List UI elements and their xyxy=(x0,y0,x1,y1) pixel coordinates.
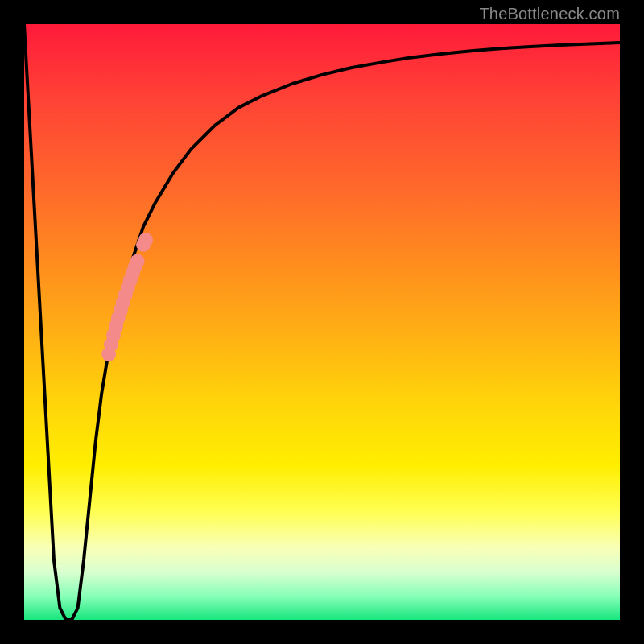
watermark-text: TheBottleneck.com xyxy=(479,5,620,23)
chart-frame: TheBottleneck.com xyxy=(0,0,644,644)
highlight-markers xyxy=(101,233,153,361)
highlight-dot xyxy=(138,233,153,247)
curve-layer xyxy=(24,24,620,620)
highlight-dot xyxy=(130,254,145,269)
plot-area xyxy=(24,24,620,620)
